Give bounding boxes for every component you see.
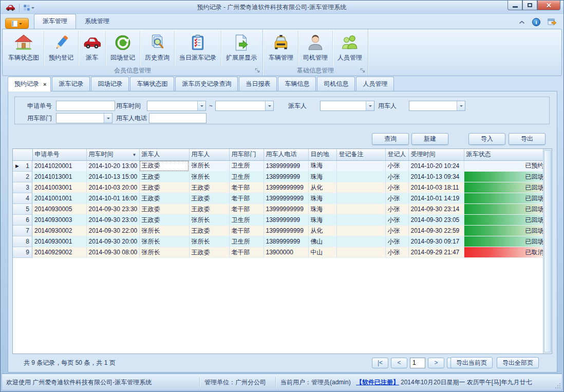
cell-time[interactable]: 2014-09-30 20:00 bbox=[86, 236, 139, 247]
cell-time[interactable]: 2014-09-30 22:00 bbox=[86, 226, 139, 236]
cell-order[interactable]: 20141003001 bbox=[32, 182, 86, 193]
export-button[interactable]: 导出 bbox=[509, 133, 546, 145]
cell-dept[interactable]: 老干部 bbox=[229, 204, 264, 215]
tab-dispatch-records[interactable]: 派车记录 bbox=[52, 77, 90, 91]
cell-remark[interactable] bbox=[336, 182, 385, 193]
first-page-button[interactable]: |< bbox=[372, 358, 388, 368]
cell-order[interactable]: 20140930001 bbox=[32, 236, 86, 247]
cell-reg[interactable]: 小张 bbox=[385, 160, 408, 172]
cell-remark[interactable] bbox=[336, 204, 385, 215]
cell-time[interactable]: 2014-09-30 08:00 bbox=[86, 247, 139, 258]
cell-user[interactable]: 王政委 bbox=[189, 204, 229, 215]
cell-user[interactable]: 王政委 bbox=[189, 182, 229, 193]
cell-order[interactable]: 20141020001 bbox=[32, 160, 86, 172]
cell-remark[interactable] bbox=[336, 193, 385, 204]
today-dispatch-records-button[interactable]: 当日派车记录 bbox=[175, 30, 221, 66]
minimize-button[interactable] bbox=[507, 1, 522, 10]
cell-accepted[interactable]: 2014-09-30 23:05 bbox=[408, 215, 464, 226]
close-button[interactable]: ✕ bbox=[537, 1, 560, 10]
col-order-no[interactable]: 申请单号 bbox=[32, 149, 86, 160]
dialog-launcher-icon[interactable] bbox=[255, 68, 260, 73]
table-row[interactable]: 5201409300052014-09-30 23:30王政委王政委老干部139… bbox=[13, 204, 546, 215]
cell-time[interactable]: 2014-10-03 20:00 bbox=[86, 182, 139, 193]
cell-dept[interactable]: 卫生所 bbox=[229, 236, 264, 247]
ribbon-tab-dispatch-management[interactable]: 派车管理 bbox=[34, 14, 76, 29]
col-use-time[interactable]: 用车时间▼ bbox=[86, 149, 139, 160]
combo-arrow-icon[interactable] bbox=[104, 114, 112, 123]
cell-time[interactable]: 2014-10-20 13:00 bbox=[86, 160, 139, 172]
resize-grip[interactable] bbox=[555, 383, 561, 389]
cell-order[interactable]: 20141001001 bbox=[32, 193, 86, 204]
table-row[interactable]: 8201409300012014-09-30 20:00张所长张所长卫生所138… bbox=[13, 236, 546, 247]
cell-dept[interactable]: 老干部 bbox=[229, 182, 264, 193]
cell-phone[interactable]: 13999999999 bbox=[264, 204, 308, 215]
cell-status[interactable]: 已预约 bbox=[464, 160, 546, 172]
cell-order[interactable]: 20140930003 bbox=[32, 215, 86, 226]
cell-dept[interactable]: 卫生所 bbox=[229, 160, 264, 172]
table-row[interactable]: 4201410010012014-10-01 16:00王政委王政委老干部139… bbox=[13, 193, 546, 204]
table-row[interactable]: 9201409290022014-09-30 08:00张所长王政委老干部139… bbox=[13, 247, 546, 258]
personnel-management-button[interactable]: 人员管理 bbox=[333, 30, 367, 66]
cell-accepted[interactable]: 2014-09-30 22:59 bbox=[408, 226, 464, 236]
cell-dispatcher[interactable]: 王政委 bbox=[139, 182, 189, 193]
use-time-to-combo[interactable] bbox=[215, 101, 274, 111]
cell-dispatcher[interactable]: 张所长 bbox=[139, 247, 189, 258]
table-row[interactable]: 6201409300032014-09-30 23:00王政委张所长卫生所138… bbox=[13, 215, 546, 226]
cell-accepted[interactable]: 2014-10-03 18:11 bbox=[408, 182, 464, 193]
cell-user[interactable]: 王政委 bbox=[189, 247, 229, 258]
import-button[interactable]: 导入 bbox=[468, 133, 505, 145]
cell-dispatcher[interactable]: 王政委 bbox=[139, 160, 189, 172]
cell-phone[interactable]: 1389999999 bbox=[264, 160, 308, 172]
cell-remark[interactable] bbox=[336, 172, 385, 182]
cell-time[interactable]: 2014-09-30 23:00 bbox=[86, 215, 139, 226]
vehicle-status-map-button[interactable]: 车辆状态图 bbox=[4, 30, 44, 66]
cell-order[interactable]: 20141013001 bbox=[32, 172, 86, 182]
prev-page-button[interactable]: < bbox=[391, 358, 407, 368]
extended-screen-button[interactable]: 扩展屏显示 bbox=[221, 30, 261, 66]
export-current-page-button[interactable]: 导出当前页 bbox=[450, 357, 493, 368]
app-menu-button[interactable] bbox=[5, 18, 29, 29]
cell-reg[interactable]: 小张 bbox=[385, 204, 408, 215]
cell-dept[interactable]: 老干部 bbox=[229, 247, 264, 258]
cell-time[interactable]: 2014-09-30 23:30 bbox=[86, 204, 139, 215]
maximize-button[interactable] bbox=[522, 1, 537, 10]
cell-accepted[interactable]: 2014-10-13 09:34 bbox=[408, 172, 464, 182]
cell-user[interactable]: 王政委 bbox=[189, 193, 229, 204]
cell-dept[interactable]: 卫生所 bbox=[229, 172, 264, 182]
tab-personnel-management[interactable]: 人员管理 bbox=[356, 77, 394, 91]
homepage-icon[interactable] bbox=[548, 18, 557, 26]
tab-return-records[interactable]: 回场记录 bbox=[91, 77, 129, 91]
tab-driver-info[interactable]: 司机信息 bbox=[317, 77, 355, 91]
cell-dest[interactable]: 佛山 bbox=[308, 236, 336, 247]
cell-status[interactable]: 已取消 bbox=[464, 247, 546, 258]
cell-dest[interactable]: 珠海 bbox=[308, 204, 336, 215]
cell-dispatcher[interactable]: 王政委 bbox=[139, 172, 189, 182]
cell-reg[interactable]: 小张 bbox=[385, 247, 408, 258]
cell-dispatcher[interactable]: 张所长 bbox=[139, 226, 189, 236]
cell-dept[interactable]: 老干部 bbox=[229, 193, 264, 204]
page-number-input[interactable] bbox=[410, 358, 425, 368]
cell-dest[interactable]: 珠海 bbox=[308, 172, 336, 182]
export-all-pages-button[interactable]: 导出全部页 bbox=[497, 357, 539, 368]
combo-arrow-icon[interactable] bbox=[197, 101, 205, 110]
col-registrant[interactable]: 登记人 bbox=[385, 149, 408, 160]
query-button[interactable]: 查询 bbox=[372, 133, 409, 145]
cell-dest[interactable]: 珠海 bbox=[308, 193, 336, 204]
cell-reg[interactable]: 小张 bbox=[385, 226, 408, 236]
cell-dest[interactable]: 中山 bbox=[308, 247, 336, 258]
cell-order[interactable]: 20140930005 bbox=[32, 204, 86, 215]
cell-phone[interactable]: 13999999999 bbox=[264, 193, 308, 204]
use-time-from-combo[interactable] bbox=[147, 101, 206, 111]
tab-vehicle-info[interactable]: 车辆信息 bbox=[278, 77, 316, 91]
cell-remark[interactable] bbox=[336, 247, 385, 258]
close-tab-icon[interactable]: × bbox=[43, 81, 46, 87]
cell-phone[interactable]: 1389999999 bbox=[264, 172, 308, 182]
cell-status[interactable]: 已回场 bbox=[464, 193, 546, 204]
tab-vehicle-status-map[interactable]: 车辆状态图 bbox=[130, 77, 174, 91]
cell-time[interactable]: 2014-10-01 16:00 bbox=[86, 193, 139, 204]
return-register-button[interactable]: 回场登记 bbox=[106, 30, 140, 66]
col-dispatch-status[interactable]: 派车状态 bbox=[464, 149, 546, 160]
cell-remark[interactable] bbox=[336, 215, 385, 226]
col-user[interactable]: 用车人 bbox=[189, 149, 229, 160]
history-query-button[interactable]: 历史查询 bbox=[140, 30, 175, 66]
